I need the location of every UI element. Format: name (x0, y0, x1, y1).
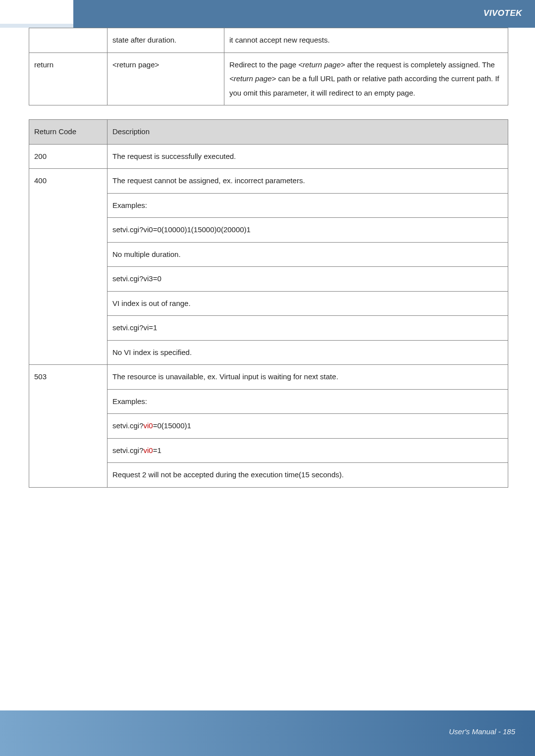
desc-text: Redirect to the page (229, 60, 298, 69)
return-codes-table: Return Code Description 200 The request … (29, 119, 508, 488)
text: =0(15000)1 (153, 421, 191, 430)
cell-code: 503 (29, 365, 107, 488)
table-row: 200 The request is successfully executed… (29, 144, 508, 169)
page-content: state after duration. it cannot accept n… (0, 28, 535, 488)
footer: User's Manual - 185 (0, 710, 535, 756)
header-tab-stub (0, 24, 73, 28)
cell-desc: No VI index is specified. (107, 340, 508, 365)
text: setvi.cgi? (112, 421, 144, 430)
cell-desc: VI index is out of range. (107, 291, 508, 316)
parameters-table: state after duration. it cannot accept n… (29, 28, 508, 105)
desc-em: <return page> (298, 60, 345, 69)
header-band: VIVOTEK (0, 0, 535, 28)
cell-desc: setvi.cgi?vi3=0 (107, 267, 508, 292)
desc-em: <return page> (229, 74, 276, 83)
cell-desc: Examples: (107, 389, 508, 414)
text: setvi.cgi? (112, 446, 144, 454)
cell-desc: Examples: (107, 193, 508, 218)
cell-code: 400 (29, 169, 107, 365)
cell-desc: The request cannot be assigned, ex. inco… (107, 169, 508, 194)
footer-page-label: User's Manual - 185 (449, 727, 515, 736)
cell-code: 200 (29, 144, 107, 169)
cell-desc: setvi.cgi?vi=1 (107, 316, 508, 341)
col-description: Description (107, 120, 508, 145)
cell-desc: The resource is unavailable, ex. Virtual… (107, 365, 508, 390)
cell-desc: Request 2 will not be accepted during th… (107, 463, 508, 488)
cell-param-name (29, 28, 107, 53)
col-return-code: Return Code (29, 120, 107, 145)
table-row: state after duration. it cannot accept n… (29, 28, 508, 53)
table-row: 400 The request cannot be assigned, ex. … (29, 169, 508, 194)
table-row: 503 The resource is unavailable, ex. Vir… (29, 365, 508, 390)
text: =1 (153, 446, 161, 454)
table-header-row: Return Code Description (29, 120, 508, 145)
cell-desc: setvi.cgi?vi0=1 (107, 438, 508, 463)
cell-desc: setvi.cgi?vi0=0(15000)1 (107, 414, 508, 439)
cell-desc: No multiple duration. (107, 242, 508, 267)
footer-bar: User's Manual - 185 (0, 710, 535, 756)
desc-text: after the request is completely assigned… (345, 60, 495, 69)
table-row: return <return page> Redirect to the pag… (29, 52, 508, 105)
cell-param-value: <return page> (107, 52, 224, 105)
header-bar: VIVOTEK (73, 0, 535, 28)
text-highlight: vi0 (144, 446, 153, 454)
brand-label: VIVOTEK (483, 8, 522, 18)
cell-param-desc: it cannot accept new requests. (224, 28, 508, 53)
text-highlight: vi0 (144, 421, 153, 430)
cell-desc: setvi.cgi?vi0=0(10000)1(15000)0(20000)1 (107, 218, 508, 243)
cell-param-name: return (29, 52, 107, 105)
cell-desc: The request is successfully executed. (107, 144, 508, 169)
cell-param-value: state after duration. (107, 28, 224, 53)
cell-param-desc: Redirect to the page <return page> after… (224, 52, 508, 105)
